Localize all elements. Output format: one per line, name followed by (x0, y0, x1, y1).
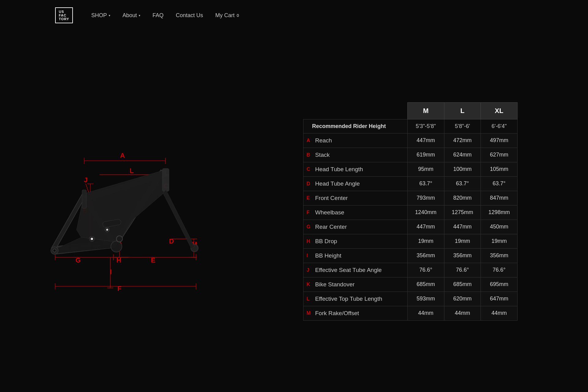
letter-badge: I (307, 253, 312, 258)
cell-K-M: 685mm (408, 277, 444, 292)
cart-link[interactable]: My Cart 0 (215, 12, 239, 19)
row-label-B: BStack (303, 148, 408, 162)
navigation: USFACTORY SHOP ▾ About ▾ FAQ Contact Us … (0, 0, 588, 31)
cell-D-M: 63.7° (408, 176, 444, 191)
cell-A-L: 472mm (444, 133, 481, 148)
table-row: DHead Tube Angle63.7°63.7°63.7° (303, 176, 518, 191)
cell-G-XL: 450mm (481, 220, 518, 234)
letter-badge: K (307, 282, 312, 287)
bike-diagram: A L J B C D M G H E I K F (24, 104, 257, 318)
cell-F-L: 1275mm (444, 205, 481, 220)
letter-badge: B (307, 152, 312, 158)
label-J: J (84, 176, 88, 184)
letter-badge: H (307, 239, 312, 244)
cell-A-M: 447mm (408, 133, 444, 148)
cell-J-L: 76.6° (444, 263, 481, 277)
spec-table: M L XL Recommended Rider Height5'3"-5'8"… (303, 102, 518, 321)
row-label-L: LEffective Top Tube Length (303, 292, 408, 306)
label-I: I (110, 268, 112, 276)
letter-badge: F (307, 210, 312, 215)
row-label-E: EFront Center (303, 191, 408, 205)
letter-badge: L (307, 296, 312, 302)
shop-dropdown-arrow: ▾ (109, 14, 110, 17)
cell-E-M: 793mm (408, 191, 444, 205)
table-row: KBike Standover685mm685mm695mm (303, 277, 518, 292)
col-header-XL: XL (481, 102, 518, 119)
row-label-G: GRear Center (303, 220, 408, 234)
svg-rect-36 (82, 190, 86, 208)
label-E: E (151, 256, 156, 264)
letter-badge: E (307, 195, 312, 201)
row-label-H: HBB Drop (303, 234, 408, 248)
cart-count: 0 (237, 13, 239, 18)
cell-C-XL: 105mm (481, 162, 518, 176)
cell-C-L: 100mm (444, 162, 481, 176)
cell-M-M: 44mm (408, 306, 444, 320)
col-header-L: L (444, 102, 481, 119)
table-row: CHead Tube Length95mm100mm105mm (303, 162, 518, 176)
cell-I-M: 356mm (408, 248, 444, 263)
table-row: BStack619mm624mm627mm (303, 148, 518, 162)
label-L: L (130, 167, 134, 175)
row-label-I: IBB Height (303, 248, 408, 263)
svg-point-41 (106, 229, 108, 231)
letter-badge: M (307, 311, 312, 316)
cell-L-M: 593mm (408, 292, 444, 306)
table-row: LEffective Top Tube Length593mm620mm647m… (303, 292, 518, 306)
logo[interactable]: USFACTORY (55, 7, 73, 23)
contact-link[interactable]: Contact Us (176, 12, 203, 19)
row-label-C: CHead Tube Length (303, 162, 408, 176)
cell-K-L: 685mm (444, 277, 481, 292)
letter-badge: C (307, 167, 312, 172)
cell-C-M: 95mm (408, 162, 444, 176)
table-row: FWheelbase1240mm1275mm1298mm (303, 205, 518, 220)
label-F: F (117, 285, 121, 292)
recommended-value-M: 5'3"-5'8" (408, 119, 444, 133)
cart-label: My Cart (215, 12, 235, 19)
label-H: H (116, 256, 121, 264)
about-menu[interactable]: About ▾ (123, 12, 140, 19)
label-G: G (75, 256, 81, 264)
cell-M-XL: 44mm (481, 306, 518, 320)
row-label-A: AReach (303, 133, 408, 148)
cell-B-M: 619mm (408, 148, 444, 162)
cell-F-M: 1240mm (408, 205, 444, 220)
shop-menu[interactable]: SHOP ▾ (91, 12, 110, 19)
row-label-D: DHead Tube Angle (303, 176, 408, 191)
svg-point-39 (116, 236, 123, 242)
faq-link[interactable]: FAQ (153, 12, 164, 19)
cell-K-XL: 695mm (481, 277, 518, 292)
table-row: GRear Center447mm447mm450mm (303, 220, 518, 234)
contact-label: Contact Us (176, 12, 203, 19)
cell-J-XL: 76.6° (481, 263, 518, 277)
cell-H-L: 19mm (444, 234, 481, 248)
cell-D-XL: 63.7° (481, 176, 518, 191)
recommended-value-XL: 6'-6'4" (481, 119, 518, 133)
cell-L-XL: 647mm (481, 292, 518, 306)
cell-A-XL: 497mm (481, 133, 518, 148)
cell-B-XL: 627mm (481, 148, 518, 162)
row-label-F: FWheelbase (303, 205, 408, 220)
col-header-M: M (408, 102, 444, 119)
cell-L-L: 620mm (444, 292, 481, 306)
cell-G-M: 447mm (408, 220, 444, 234)
letter-badge: J (307, 267, 312, 273)
table-row: HBB Drop19mm19mm19mm (303, 234, 518, 248)
row-label-M: MFork Rake/Offset (303, 306, 408, 320)
cell-E-L: 820mm (444, 191, 481, 205)
table-row: MFork Rake/Offset44mm44mm44mm (303, 306, 518, 320)
col-header-empty (303, 102, 408, 119)
table-row: EFront Center793mm820mm847mm (303, 191, 518, 205)
cell-I-XL: 356mm (481, 248, 518, 263)
letter-badge: G (307, 224, 312, 230)
main-content: A L J B C D M G H E I K F (0, 31, 588, 392)
cell-J-M: 76.6° (408, 263, 444, 277)
table-row: AReach447mm472mm497mm (303, 133, 518, 148)
svg-point-33 (53, 249, 56, 252)
svg-point-31 (111, 241, 122, 252)
letter-badge: D (307, 181, 312, 187)
label-D: D (169, 237, 174, 245)
table-row: IBB Height356mm356mm356mm (303, 248, 518, 263)
cell-I-L: 356mm (444, 248, 481, 263)
about-label: About (123, 12, 137, 19)
